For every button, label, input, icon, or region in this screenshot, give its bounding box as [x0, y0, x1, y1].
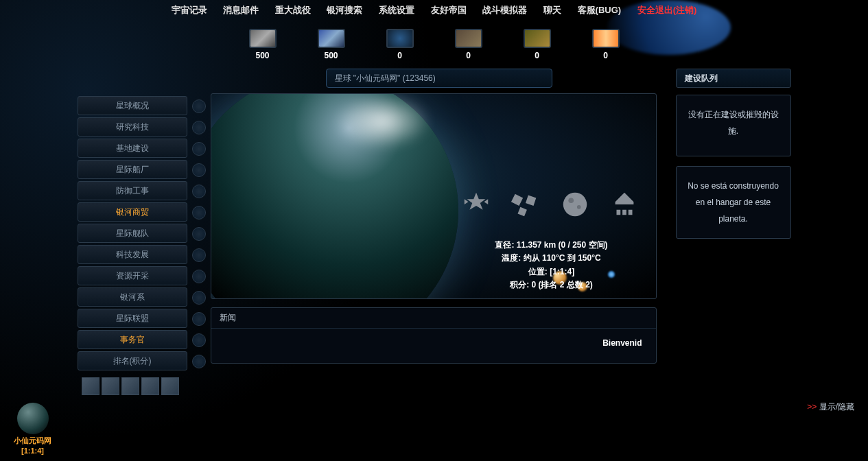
menu-trader[interactable]: 银河商贸: [78, 202, 187, 222]
nav-combat-sim[interactable]: 战斗模拟器: [482, 5, 527, 15]
officer-2-icon[interactable]: [102, 377, 119, 395]
side-menu: 星球概况 研究科技 基地建设 星际船厂 防御工事 银河商贸 星际舰队 科技发展 …: [78, 69, 187, 395]
nav-galaxy-search[interactable]: 银河搜索: [327, 5, 362, 15]
top-nav: 宇宙记录 消息邮件 重大战役 银河搜索 系统设置 友好帝国 战斗模拟器 聊天 客…: [0, 0, 868, 16]
stat-points: 积分: 0 (排名 2 总数 2): [456, 279, 648, 292]
officer-3-icon[interactable]: [121, 377, 139, 395]
debris-icon: [508, 187, 543, 222]
planet-selector-bar[interactable]: 星球 "小仙元码网" (123456): [326, 69, 552, 88]
nav-support[interactable]: 客服(BUG): [578, 5, 622, 15]
menu-shipyard[interactable]: 星际船厂: [78, 160, 187, 179]
news-marquee: Bienvenid: [211, 329, 656, 357]
nav-chat[interactable]: 聊天: [543, 5, 561, 15]
toggle-planet-list[interactable]: >> 显示/隐藏: [807, 401, 854, 413]
svg-point-1: [568, 198, 574, 203]
menu-defense[interactable]: 防御工事: [78, 181, 187, 200]
energy-icon: [592, 29, 620, 48]
resource-darkmatter: 0: [524, 29, 551, 60]
stat-position: 位置: [1:1:4]: [456, 265, 648, 279]
menu-officers[interactable]: 事务官: [78, 330, 187, 349]
svg-point-2: [576, 205, 580, 209]
stat-diameter: 直径: 11.357 km (0 / 250 空间): [456, 239, 648, 252]
svg-point-0: [563, 193, 587, 217]
menu-alliance[interactable]: 星际联盟: [78, 309, 187, 328]
norio-icon: [455, 29, 482, 48]
menu-overview[interactable]: 星球概况: [78, 96, 187, 115]
hangar-queue-box: No se está construyendo en el hangar de …: [676, 166, 791, 239]
nav-messages[interactable]: 消息邮件: [223, 5, 259, 15]
menu-technology[interactable]: 科技发展: [78, 245, 187, 264]
menu-buildings[interactable]: 基地建设: [78, 139, 187, 158]
resource-metal: 500: [249, 29, 277, 60]
officer-icons: [82, 377, 187, 395]
menu-galaxy[interactable]: 银河系: [78, 287, 187, 307]
stat-temperature: 温度: 约从 110°C 到 150°C: [456, 252, 648, 265]
planet-stats: 直径: 11.357 km (0 / 250 空间) 温度: 约从 110°C …: [456, 239, 648, 292]
officer-5-icon[interactable]: [161, 377, 179, 395]
overview-status-icons: [458, 187, 642, 222]
metal-icon: [249, 29, 277, 48]
building-queue-box: 没有正在建设或摧毁的设施.: [676, 95, 791, 156]
planet-thumb-icon: [17, 403, 49, 434]
nav-friendly-empire[interactable]: 友好帝国: [431, 5, 467, 15]
nav-settings[interactable]: 系统设置: [379, 5, 414, 15]
news-panel: 新闻 Bienvenid: [211, 307, 657, 364]
planet-thumb-coords: [1:1:4]: [14, 446, 51, 456]
menu-fleet[interactable]: 星际舰队: [78, 224, 187, 243]
news-header: 新闻: [211, 308, 656, 329]
buildings-icon: [607, 187, 642, 222]
footer-planet-selector[interactable]: 小仙元码网 [1:1:4]: [14, 403, 51, 456]
planet-thumb-name: 小仙元码网: [14, 436, 51, 445]
planet-sphere-art: [211, 93, 458, 299]
resources-bar: 500 500 0 0 0 0: [0, 29, 868, 60]
darkmatter-icon: [524, 29, 551, 48]
resource-deuterium: 0: [386, 29, 414, 60]
menu-resources[interactable]: 资源开采: [78, 266, 187, 285]
resource-norio: 0: [455, 29, 482, 60]
rank-wings-icon: [458, 187, 494, 222]
planet-view: 直径: 11.357 km (0 / 250 空间) 温度: 约从 110°C …: [211, 93, 657, 299]
deuterium-icon: [386, 29, 414, 48]
resource-energy: 0: [592, 29, 620, 60]
nav-universe-log[interactable]: 宇宙记录: [172, 5, 207, 15]
crystal-icon: [318, 29, 345, 48]
nav-logout[interactable]: 安全退出(注销): [637, 5, 697, 15]
resource-crystal: 500: [318, 29, 345, 60]
moon-icon: [557, 187, 593, 222]
officer-4-icon[interactable]: [141, 377, 159, 395]
nav-battles[interactable]: 重大战役: [275, 5, 311, 15]
build-queue-header: 建设队列: [676, 69, 791, 88]
officer-1-icon[interactable]: [82, 377, 99, 395]
menu-ranking[interactable]: 排名(积分): [78, 351, 187, 370]
menu-research[interactable]: 研究科技: [78, 117, 187, 137]
